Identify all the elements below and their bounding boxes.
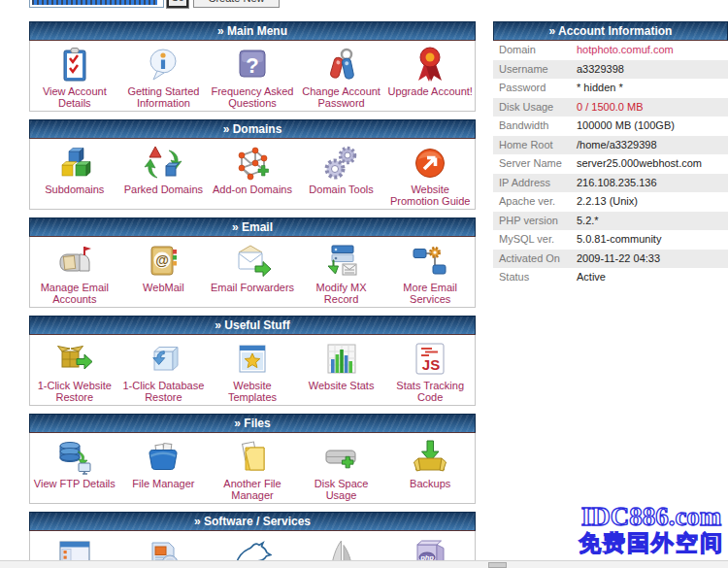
watermark-site-text: IDC886.com (575, 503, 728, 530)
section-useful-stuff: » Useful Stuff1-Click Website Restore1-C… (29, 316, 476, 406)
account-row-label: Server Name (493, 154, 577, 174)
menu-item-label: 1-Click Database Restore (119, 379, 209, 403)
parked-arrows-icon (119, 144, 209, 183)
menu-item-label: View Account Details (30, 84, 119, 109)
menu-item-label: Frequency Asked Questions (208, 84, 297, 109)
menu-item-view-ftp-details[interactable]: View FTP Details (30, 438, 119, 489)
menu-item-getting-started-information[interactable]: Getting Started Information (119, 46, 209, 109)
award-ribbon-icon (385, 46, 475, 84)
account-row-value: 5.0.81-community (577, 230, 728, 250)
svg-text:?: ? (246, 53, 258, 78)
menu-item-website-templates[interactable]: Website Templates (208, 340, 297, 403)
menu-item-manage-email-accounts[interactable]: Manage Email Accounts (30, 242, 119, 305)
scrollbar-thumb[interactable] (488, 562, 507, 568)
menu-item-label: Another File Manager (208, 477, 297, 501)
menu-item-disk-space-usage[interactable]: Disk Space Usage (297, 438, 386, 501)
mailbox-icon (30, 242, 119, 281)
backup-crate-icon (385, 438, 475, 477)
go-button[interactable]: Go (167, 0, 188, 8)
account-row-value[interactable]: hotphoto.comuf.com (577, 41, 728, 60)
section-body: SubdomainsParked DomainsAdd-on DomainsDo… (29, 139, 476, 210)
menu-item-label: File Manager (119, 477, 209, 489)
menu-item-label: Modify MX Record (297, 281, 386, 305)
account-row-label: Status (493, 268, 577, 287)
account-row-value: 2.2.13 (Unix) (577, 192, 728, 212)
menu-item-label: Manage Email Accounts (30, 281, 119, 305)
account-row-mysql-ver: MySQL ver.5.0.81-community (493, 230, 728, 250)
menu-item-another-file-manager[interactable]: Another File Manager (208, 438, 297, 501)
svg-text:JS: JS (422, 356, 440, 373)
gears-icon (297, 144, 386, 183)
menu-item-label: Upgrade Account! (385, 84, 475, 97)
account-row-label: Disk Usage (493, 98, 577, 117)
account-row-apache-ver: Apache ver.2.2.13 (Unix) (493, 192, 728, 212)
account-row-disk-usage: Disk Usage0 / 1500.0 MB (493, 98, 728, 117)
question-mark-icon: ? (208, 46, 297, 84)
account-row-value: 2009-11-22 04:33 (577, 250, 728, 269)
js-code-icon: JS (385, 340, 475, 379)
section-header: » Email (29, 217, 476, 237)
menu-item-domain-tools[interactable]: Domain Tools (297, 144, 386, 195)
yellow-folder-icon (208, 438, 297, 477)
watermark: IDC886.com 免费国外空间 (575, 503, 728, 556)
horizontal-scrollbar[interactable] (0, 560, 728, 568)
watermark-slogan-text: 免费国外空间 (575, 530, 728, 556)
clipboard-check-icon (30, 46, 119, 84)
domain-select-input[interactable] (29, 0, 164, 8)
section-body: 1-Click Website Restore1-Click Database … (29, 335, 476, 406)
menu-item-frequency-asked-questions[interactable]: ?Frequency Asked Questions (208, 46, 297, 109)
menu-item-backups[interactable]: Backups (385, 438, 475, 489)
section-header: » Files (29, 414, 476, 433)
account-row-value: 100000 MB (100GB) (577, 117, 728, 136)
account-row-status: StatusActive (493, 268, 728, 287)
menu-item-view-account-details[interactable]: View Account Details (30, 46, 119, 109)
menu-item-label: More Email Services (385, 281, 475, 305)
menu-item-change-account-password[interactable]: Change Account Password (297, 46, 386, 109)
account-row-label: Apache ver. (493, 192, 577, 212)
account-row-label: IP Address (493, 174, 577, 193)
menu-item-webmail[interactable]: @WebMail (119, 242, 209, 293)
menu-item-file-manager[interactable]: File Manager (119, 438, 209, 489)
section-body: View Account DetailsGetting Started Info… (29, 41, 476, 112)
menu-item-upgrade-account[interactable]: Upgrade Account! (385, 46, 475, 97)
blue-folder-icon (119, 438, 209, 477)
menu-item-1-click-website-restore[interactable]: 1-Click Website Restore (30, 340, 119, 403)
bar-chart-icon (297, 340, 386, 379)
keys-icon (297, 46, 386, 84)
envelope-forward-icon (208, 242, 297, 281)
menu-item-label: Getting Started Information (119, 84, 209, 109)
menu-item-website-stats[interactable]: Website Stats (297, 340, 386, 391)
account-row-value: a3329398 (577, 60, 728, 80)
menu-item-parked-domains[interactable]: Parked Domains (119, 144, 209, 195)
menu-item-add-on-domains[interactable]: Add-on Domains (208, 144, 297, 195)
account-row-username: Usernamea3329398 (493, 60, 728, 80)
info-bubble-icon (119, 46, 209, 84)
menu-item-label: Add-on Domains (208, 183, 297, 195)
menu-item-modify-mx-record[interactable]: Modify MX Record (297, 242, 386, 305)
promotion-arrow-icon (385, 144, 475, 183)
menu-item-website-promotion-guide[interactable]: Website Promotion Guide (385, 144, 475, 207)
svg-text:@: @ (156, 252, 170, 268)
menu-item-more-email-services[interactable]: More Email Services (385, 242, 475, 305)
account-row-label: Activated On (493, 250, 577, 269)
account-row-server-name: Server Nameserver25.000webhost.com (493, 154, 728, 174)
create-new-button[interactable]: Create New (193, 0, 280, 8)
account-row-value: * hidden * (577, 79, 728, 98)
menu-item-subdomains[interactable]: Subdomains (30, 144, 119, 195)
menu-item-1-click-database-restore[interactable]: 1-Click Database Restore (119, 340, 209, 403)
menu-item-label: Website Templates (208, 379, 297, 403)
account-row-label: Bandwidth (493, 117, 577, 136)
menu-item-label: Parked Domains (119, 183, 209, 195)
menu-item-email-forwarders[interactable]: Email Forwarders (208, 242, 297, 293)
services-flow-icon (385, 242, 475, 281)
cube-restore-icon (119, 340, 209, 379)
menu-item-label: Website Promotion Guide (385, 183, 475, 207)
menu-item-label: Website Stats (297, 379, 386, 391)
template-star-icon (208, 340, 297, 379)
account-row-ip-address: IP Address216.108.235.136 (493, 174, 728, 193)
account-information-panel: » Account Information Domainhotphoto.com… (493, 21, 728, 287)
account-row-label: Home Root (493, 136, 577, 155)
menu-item-label: Disk Space Usage (297, 477, 386, 501)
account-row-domain: Domainhotphoto.comuf.com (493, 41, 728, 60)
menu-item-stats-tracking-code[interactable]: JSStats Tracking Code (385, 340, 475, 403)
